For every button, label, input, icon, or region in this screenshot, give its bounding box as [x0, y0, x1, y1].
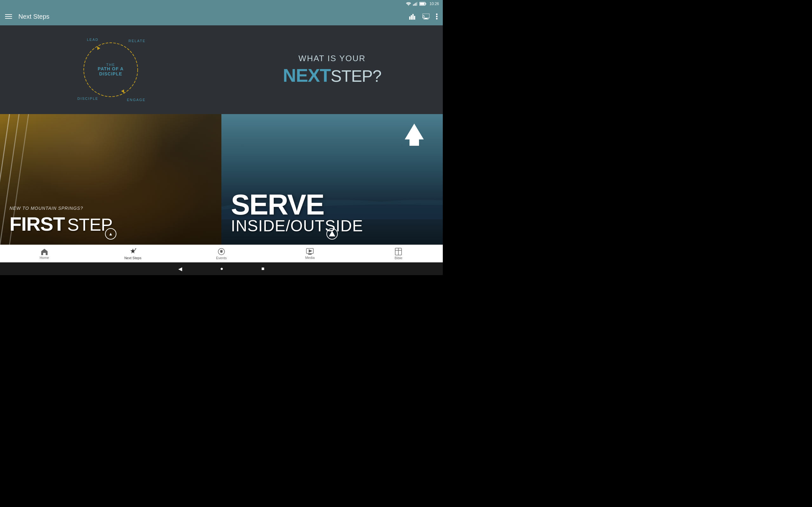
status-bar: 10:26: [0, 0, 443, 8]
home-button[interactable]: ●: [220, 266, 223, 272]
menu-button[interactable]: [5, 14, 12, 19]
bottom-nav: Home Next Steps Events Media Bible: [0, 245, 443, 262]
svg-point-17: [436, 14, 438, 15]
svg-rect-10: [411, 15, 412, 20]
svg-rect-5: [417, 2, 417, 6]
svg-rect-13: [422, 14, 429, 18]
svg-marker-33: [309, 250, 312, 252]
cast-icon[interactable]: [422, 14, 429, 19]
circle-diagram-section: THE PATH OF A DISCIPLE LEAD RELATE ENGAG…: [0, 25, 221, 114]
events-icon: [217, 248, 225, 256]
back-button[interactable]: ◀: [178, 266, 182, 272]
svg-point-19: [436, 18, 438, 20]
time-display: 10:26: [429, 2, 439, 6]
next-step-headline: WHAT IS YOUR NEXT STEP?: [221, 25, 443, 114]
nav-home[interactable]: Home: [32, 248, 57, 260]
recent-button[interactable]: ■: [261, 266, 264, 272]
nav-events[interactable]: Events: [209, 248, 234, 260]
next-steps-icon: [129, 248, 137, 256]
serve-title: SERVE: [231, 193, 433, 217]
app-bar: Next Steps: [0, 8, 443, 25]
svg-rect-12: [414, 16, 415, 20]
svg-rect-11: [412, 14, 414, 20]
status-icons: 10:26: [406, 2, 439, 6]
chart-icon[interactable]: [409, 13, 416, 20]
svg-text:▲: ▲: [108, 231, 113, 236]
svg-rect-2: [414, 4, 415, 6]
svg-marker-28: [329, 231, 335, 236]
svg-rect-15: [425, 18, 427, 19]
nav-bible-label: Bible: [395, 256, 402, 260]
battery-icon: [419, 2, 426, 6]
hero-banner: THE PATH OF A DISCIPLE LEAD RELATE ENGAG…: [0, 25, 443, 114]
first-step-subtitle: NEW TO MOUNTAIN SPRINGS?: [9, 206, 212, 211]
center-path-of: PATH OF A: [92, 66, 130, 71]
svg-line-29: [135, 248, 136, 250]
svg-rect-4: [416, 3, 416, 6]
nav-next-steps-label: Next Steps: [124, 256, 142, 260]
svg-point-0: [408, 5, 409, 6]
next-text: NEXT: [283, 65, 331, 86]
system-nav: ◀ ● ■: [0, 262, 443, 275]
more-icon[interactable]: [436, 13, 438, 20]
center-disciple: DISCIPLE: [92, 72, 130, 77]
serve-card[interactable]: SERVE INSIDE/OUTSIDE: [221, 114, 443, 245]
svg-rect-8: [420, 3, 424, 5]
nav-bible[interactable]: Bible: [386, 248, 411, 260]
serve-icon: [326, 228, 339, 241]
svg-marker-26: [405, 124, 424, 146]
nav-events-label: Events: [216, 256, 227, 260]
svg-rect-7: [425, 3, 426, 5]
nav-media[interactable]: Media: [297, 248, 322, 260]
nav-media-label: Media: [305, 256, 315, 260]
svg-rect-9: [409, 16, 410, 20]
first-text: FIRST: [9, 213, 65, 235]
svg-rect-16: [423, 19, 428, 19]
main-content: THE PATH OF A DISCIPLE LEAD RELATE ENGAG…: [0, 25, 443, 245]
next-step-combo: NEXT STEP?: [283, 65, 381, 86]
label-lead: LEAD: [87, 38, 99, 42]
first-step-card[interactable]: NEW TO MOUNTAIN SPRINGS? FIRST STEP ▲: [0, 114, 221, 245]
svg-rect-3: [415, 3, 415, 6]
nav-next-steps[interactable]: Next Steps: [120, 248, 146, 260]
label-engage: ENGAGE: [127, 98, 146, 102]
nav-home-label: Home: [40, 256, 49, 260]
what-is-your-text: WHAT IS YOUR: [299, 54, 366, 63]
svg-rect-34: [308, 254, 311, 255]
cards-row: NEW TO MOUNTAIN SPRINGS? FIRST STEP ▲: [0, 114, 443, 245]
first-step-icon: ▲: [104, 228, 117, 241]
svg-point-18: [436, 16, 438, 17]
home-icon: [41, 248, 48, 255]
label-relate: RELATE: [129, 39, 146, 43]
app-bar-actions: [409, 13, 438, 20]
arrow-logo: [405, 124, 424, 147]
svg-rect-1: [413, 4, 414, 6]
signal-icon: [413, 2, 417, 6]
path-diagram: THE PATH OF A DISCIPLE LEAD RELATE ENGAG…: [74, 33, 147, 106]
media-icon: [306, 248, 314, 255]
svg-point-31: [220, 250, 222, 252]
wifi-icon: [406, 2, 411, 6]
bible-icon: [395, 248, 402, 256]
svg-line-21: [0, 114, 9, 245]
label-disciple: DISCIPLE: [78, 97, 98, 101]
step-text: STEP?: [331, 66, 381, 86]
page-title: Next Steps: [18, 13, 409, 20]
